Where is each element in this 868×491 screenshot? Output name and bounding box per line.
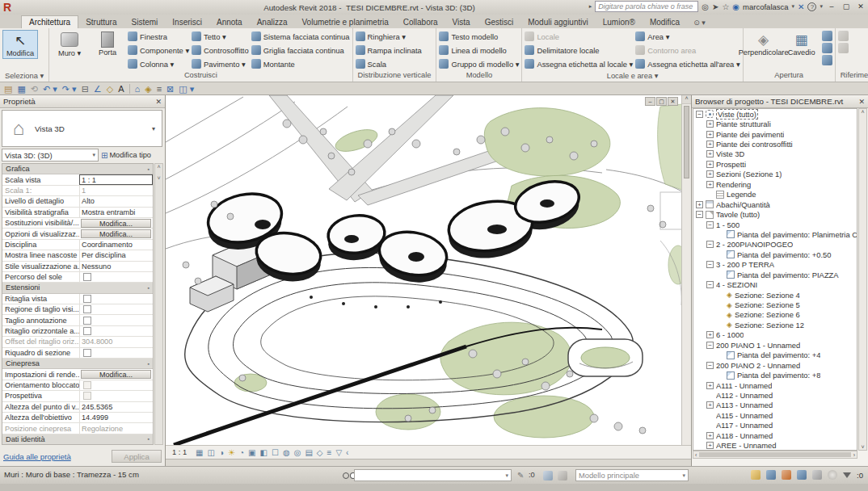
pin-icon[interactable]: ▪ (148, 285, 150, 291)
pin-icon[interactable]: ▪ (148, 166, 150, 172)
properties-scrollbar[interactable]: ˄˅ (154, 163, 163, 445)
thin-lines-icon[interactable]: ≡ (157, 83, 162, 94)
panel-label-riferimento[interactable]: Riferimento (836, 71, 868, 82)
pin-icon[interactable]: ▪ (148, 361, 150, 367)
active-workset-combo[interactable]: ▾ (354, 469, 512, 481)
collapse-icon[interactable]: − (706, 342, 714, 349)
expand-icon[interactable]: + (706, 442, 714, 449)
username[interactable]: marcofalasca (743, 2, 789, 11)
tree-item-sezione-sezione-4[interactable]: ◈Sezione: Sezione 4 (693, 290, 857, 300)
property-edit-button[interactable]: Modifica... (81, 370, 151, 379)
section-icon[interactable]: ◈ (145, 83, 151, 94)
button-sistema-facciata-continua[interactable]: Sistema facciata continua (251, 30, 350, 43)
collapse-icon[interactable]: ‹ (346, 448, 348, 457)
tab-volumetrie-e-planimetria[interactable]: Volumetrie e planimetria (295, 16, 396, 28)
tab-moduli-aggiuntivi[interactable]: Moduli aggiuntivi (520, 16, 596, 28)
browser-horizontal-scrollbar[interactable]: ‹› (693, 451, 857, 459)
button-muro[interactable]: Muro ▾ (52, 30, 87, 58)
sync-icon[interactable]: ⟲ (31, 83, 38, 94)
tree-item-4-sezioni[interactable]: −4 - SEZIONI (693, 279, 857, 289)
reveal-constraints-icon[interactable]: ▽ (335, 448, 342, 457)
property-value[interactable]: Per disciplina (79, 250, 153, 260)
expand-icon[interactable]: + (706, 150, 714, 157)
tree-item-piante-dei-pavimenti[interactable]: +Piante dei pavimenti (693, 129, 857, 139)
button-gruppo-di-modello[interactable]: Gruppo di modello ▾ (439, 57, 519, 70)
button-ringhiera[interactable]: Ringhiera ▾ (356, 30, 422, 43)
apply-button[interactable]: Applica (112, 450, 162, 463)
close-button[interactable]: ✕ (855, 2, 866, 12)
tab-gestisci[interactable]: Gestisci (478, 16, 521, 28)
panel-label-distribuzione-verticale[interactable]: Distribuzione verticale (353, 71, 436, 82)
tab-sistemi[interactable]: Sistemi (124, 16, 166, 28)
tree-item-200-piano-2-unnamed[interactable]: −200 PIANO 2 - Unnamed (693, 360, 857, 370)
button-modifica[interactable]: ↖Modifica (2, 30, 38, 59)
tree-item-a111-unnamed[interactable]: +A111 - Unnamed (693, 380, 857, 390)
panel-label-locale-e-area[interactable]: Locale e area ▾ (522, 71, 742, 82)
property-value[interactable]: 304.8000 (79, 337, 153, 346)
tree-item-piante-strutturali[interactable]: +Piante strutturali (693, 119, 857, 128)
button-controsoffitto[interactable]: Controsoffitto (192, 44, 249, 57)
view-horizontal-scrollbar[interactable] (166, 459, 691, 466)
filter-icon[interactable] (843, 472, 851, 478)
button-assegna-etichetta-all-area[interactable]: Assegna etichetta all'area ▾ (635, 57, 739, 70)
tree-item-a115-unnamed[interactable]: A115 - Unnamed (693, 410, 857, 420)
render-dialog-icon[interactable]: ▣ (248, 448, 255, 457)
wall-opening-icon[interactable] (822, 31, 832, 41)
worksets-icon[interactable] (343, 472, 349, 479)
user-avatar-icon[interactable]: ◉ (732, 2, 739, 11)
tree-item-legende[interactable]: Legende (693, 190, 857, 199)
search-expand-icon[interactable]: ▸ (589, 3, 592, 10)
expand-icon[interactable]: + (696, 201, 703, 208)
drawing-viewport[interactable]: – ▢ ✕ ˄ 1 : 1 ▦◫◑☀◔▣◧☐◍◎▤◇≡▽‹ (166, 95, 691, 466)
pin-icon[interactable]: ▪ (148, 436, 150, 442)
collapse-icon[interactable]: − (696, 111, 703, 118)
crop-view-icon[interactable]: ◧ (260, 448, 268, 457)
panel-label-seleziona[interactable]: Seleziona ▾ (0, 71, 48, 82)
expand-icon[interactable]: + (706, 432, 714, 439)
text-icon[interactable]: A (118, 83, 124, 94)
view-restore-button[interactable]: ▢ (656, 97, 667, 106)
tree-item-200-piano-1-unnamed[interactable]: −200 PIANO 1 - Unnamed (693, 340, 857, 350)
editable-only-icon[interactable]: ✎ (517, 471, 524, 480)
property-value[interactable]: 1 (79, 186, 153, 195)
collapse-icon[interactable]: − (706, 241, 714, 248)
tree-item-pianta-del-pavimento-planimetria-cop[interactable]: Pianta del pavimento: Planimetria Cop (693, 229, 857, 239)
ribbon-display-toggle-icon[interactable]: ⊙ ▾ (693, 19, 706, 28)
checkbox[interactable] (83, 295, 91, 303)
property-value[interactable]: Mostra entrambi (79, 208, 153, 217)
property-value[interactable]: Alto (79, 196, 153, 206)
tree-item-sezioni-sezione-1[interactable]: +Sezioni (Sezione 1) (693, 170, 857, 179)
design-options-icon[interactable] (543, 471, 553, 481)
view-minimize-button[interactable]: – (645, 97, 655, 106)
exchange-apps-icon[interactable]: ✕ (798, 2, 804, 11)
tree-item-prospetti[interactable]: +Prospetti (693, 159, 857, 169)
tree-item-a118-unnamed[interactable]: +A118 - Unnamed (693, 430, 857, 440)
expand-icon[interactable]: + (706, 181, 714, 188)
tree-item-a117-unnamed[interactable]: A117 - Unnamed (693, 421, 857, 430)
tab-lumion[interactable]: Lumion® (596, 16, 643, 28)
tree-item-pianta-del-pavimento-0-50[interactable]: Pianta del pavimento: +0.50 (693, 250, 857, 259)
open-icon[interactable]: ▤ (4, 83, 12, 94)
collapse-icon[interactable]: − (706, 221, 714, 229)
tree-item-pianta-del-pavimento-8[interactable]: Pianta del pavimento: +8 (693, 370, 857, 380)
default-3d-view-icon[interactable]: ⌂ (135, 83, 141, 94)
panel-label-costruisci[interactable]: Costruisci (49, 71, 352, 82)
view-scale-icon[interactable]: ▦ (196, 448, 203, 457)
collapse-icon[interactable]: − (706, 281, 714, 288)
button-testo-modello[interactable]: Testo modello (439, 30, 519, 43)
tab-annota[interactable]: Annota (209, 16, 250, 28)
scroll-up-icon[interactable]: ˄ (682, 95, 691, 104)
close-hidden-windows-icon[interactable]: ⊠ (166, 83, 174, 94)
panel-label-apertura[interactable]: Apertura (744, 71, 835, 82)
help-icon[interactable]: ? (807, 2, 816, 11)
button-pavimento[interactable]: Pavimento ▾ (192, 57, 249, 70)
tree-item-tavole-tutto[interactable]: −Tavole (tutto) (693, 209, 857, 219)
switch-windows-icon[interactable]: ◫ ▾ (179, 83, 194, 94)
checkbox[interactable] (83, 273, 91, 281)
exclude-underlay-icon[interactable] (797, 470, 807, 480)
design-option-combo[interactable]: Modello principale▾ (575, 469, 689, 481)
property-edit-button[interactable]: Modifica... (81, 229, 151, 238)
exclude-pinned-icon[interactable] (782, 470, 791, 480)
save-icon[interactable]: ▦ (17, 83, 25, 94)
collapse-icon[interactable]: − (706, 362, 714, 369)
